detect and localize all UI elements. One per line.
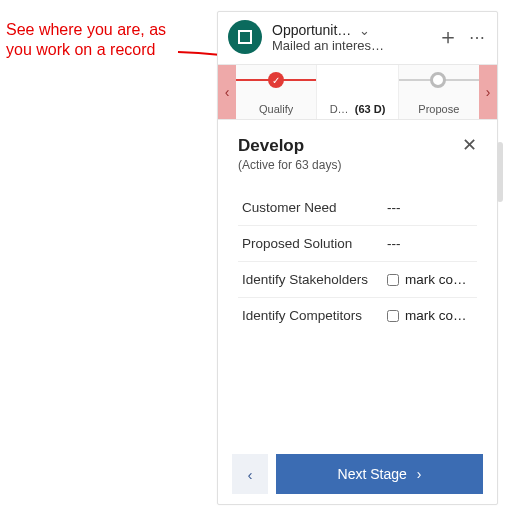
entity-icon (228, 20, 262, 54)
stage-track: ✓ Qualify D… (63 D) Propose (236, 65, 479, 119)
stage-develop[interactable]: D… (63 D) (317, 65, 398, 119)
stage-card: Develop (Active for 63 days) ✕ Customer … (218, 120, 497, 454)
field-checkbox[interactable] (387, 310, 399, 322)
field-label: Proposed Solution (238, 236, 387, 251)
next-stage-button[interactable]: Next Stage › (276, 454, 483, 494)
field-value[interactable]: mark co… (387, 272, 477, 287)
record-subtitle: Mailed an interes… (272, 38, 437, 53)
field-value[interactable]: --- (387, 236, 477, 251)
card-title: Develop (238, 136, 341, 156)
record-panel: Opportunit… ⌄ Mailed an interes… ＋ ⋯ ‹ ✓… (217, 11, 498, 505)
stage-next-button[interactable]: › (479, 65, 497, 119)
header-text: Opportunit… ⌄ Mailed an interes… (272, 22, 437, 53)
stage-label: Qualify (259, 103, 293, 115)
panel-header: Opportunit… ⌄ Mailed an interes… ＋ ⋯ (218, 12, 497, 64)
field-label: Identify Stakeholders (238, 272, 387, 287)
add-button[interactable]: ＋ (437, 26, 459, 48)
stage-label: Propose (418, 103, 459, 115)
scrollbar[interactable] (497, 142, 503, 202)
record-title: Opportunit… ⌄ (272, 22, 437, 38)
chevron-right-icon: › (417, 466, 422, 482)
card-footer: ‹ Next Stage › (218, 454, 497, 494)
field-row[interactable]: Identify Stakeholders mark co… (238, 262, 477, 298)
field-row[interactable]: Proposed Solution --- (238, 226, 477, 262)
close-icon[interactable]: ✕ (462, 136, 477, 154)
field-row[interactable]: Customer Need --- (238, 190, 477, 226)
field-row[interactable]: Identify Competitors mark co… (238, 298, 477, 333)
stage-prev-button[interactable]: ‹ (218, 65, 236, 119)
field-value[interactable]: mark co… (387, 308, 477, 323)
next-stage-label: Next Stage (338, 466, 407, 482)
more-button[interactable]: ⋯ (469, 28, 487, 47)
field-value-text: mark co… (405, 308, 467, 323)
stage-qualify[interactable]: Qualify (236, 65, 317, 119)
field-value-text: mark co… (405, 272, 467, 287)
field-label: Customer Need (238, 200, 387, 215)
chevron-down-icon[interactable]: ⌄ (359, 23, 370, 38)
stage-propose[interactable]: Propose (399, 65, 479, 119)
record-title-text: Opportunit… (272, 22, 351, 38)
field-value[interactable]: --- (387, 200, 477, 215)
back-stage-button[interactable]: ‹ (232, 454, 268, 494)
annotation-text: See where you are, as you work on a reco… (6, 20, 206, 60)
stage-label: D… (63 D) (330, 103, 386, 115)
stage-bar: ‹ ✓ Qualify D… (63 D) Propose › (218, 64, 497, 120)
field-label: Identify Competitors (238, 308, 387, 323)
card-subtitle: (Active for 63 days) (238, 158, 341, 172)
field-checkbox[interactable] (387, 274, 399, 286)
field-list: Customer Need --- Proposed Solution --- … (238, 190, 477, 333)
